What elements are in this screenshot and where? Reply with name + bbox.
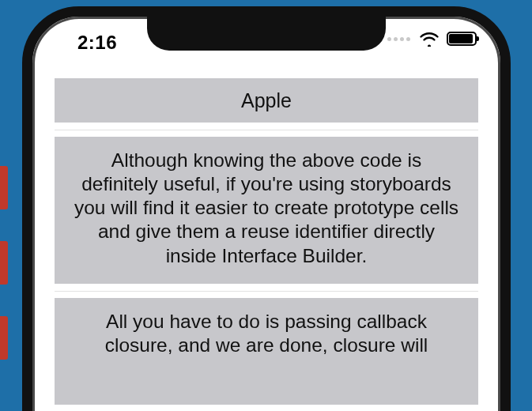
table-cell-title[interactable]: Apple [55,78,478,123]
cellular-dots-icon [387,37,410,41]
cell-body-label: Although knowing the above code is defin… [74,149,458,266]
statusbar-time: 2:16 [77,32,117,54]
statusbar-right [387,31,477,47]
cell-separator [55,284,478,298]
background-tab [0,316,8,360]
device-notch [147,15,386,51]
background-tab [0,166,8,209]
table-cell-body[interactable]: Although knowing the above code is defin… [55,137,478,284]
cell-title-label: Apple [241,89,292,111]
battery-icon [447,32,477,46]
phone-frame: 2:16 Apple Although knowing the above co [22,6,511,411]
background-tab [0,241,8,285]
table-view[interactable]: Apple Although knowing the above code is… [55,78,478,411]
cell-body-label: All you have to do is passing callback c… [105,311,428,356]
table-cell-body[interactable]: All you have to do is passing callback c… [55,298,478,405]
cell-separator [55,123,478,137]
wifi-icon [419,31,440,47]
